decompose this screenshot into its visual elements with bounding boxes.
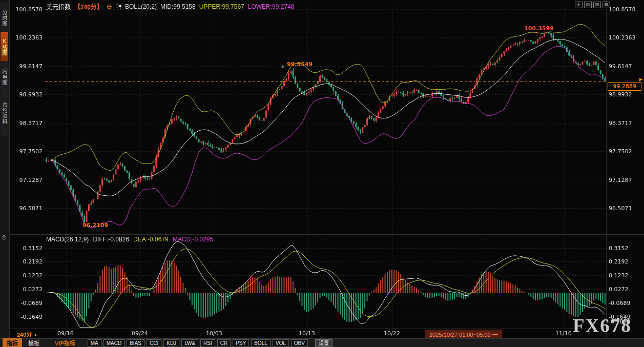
boll-params-label: BOLL(20,2)	[125, 3, 157, 10]
candlestick-icon	[116, 3, 121, 10]
period-selector[interactable]: 240分 ▲	[17, 330, 37, 338]
indicator-button-rsi[interactable]: RSI	[200, 339, 215, 347]
boll-mid-value: MID:99.5158	[160, 3, 196, 10]
price-axis-label-right: 98.9932	[609, 91, 642, 98]
macd-axis-label-right: 0.1232	[609, 272, 642, 279]
last-price-tag: 99.2889	[608, 82, 641, 91]
layout-rows-icon[interactable]: ▥	[593, 2, 601, 8]
date-axis-label: 10/22	[384, 330, 400, 337]
indicator-dot-icon[interactable]: ◎	[2, 234, 7, 240]
sidebar-tab-2[interactable]: K线图	[1, 32, 8, 63]
date-axis-label: 10/13	[299, 330, 315, 337]
macd-axis-label-right: -0.1839	[609, 318, 642, 325]
price-axis-label-right: 100.2363	[609, 34, 642, 41]
macd-axis-label-right: 0.2192	[609, 258, 642, 265]
new-window-icon[interactable]: ＋	[575, 2, 583, 8]
minus-circle-icon[interactable]: ⊖	[107, 4, 112, 10]
price-axis-label-right: 97.7502	[609, 148, 642, 155]
indicator-button-kdj[interactable]: KDJ	[163, 339, 179, 347]
date-axis-label: 11/10	[555, 330, 572, 337]
indicator-button-obv[interactable]: OBV	[291, 339, 308, 347]
price-annotation: 100.3599	[524, 25, 554, 32]
period-label: 240分	[17, 332, 32, 338]
price-annotation: 99.5549	[287, 61, 313, 68]
chart-header: 美元指数 【240分】 ⊖ BOLL(20,2) MID:99.5158 UPP…	[46, 2, 295, 11]
sidebar-tab-3[interactable]: 闪电图	[1, 61, 8, 93]
candlestick-chart-canvas[interactable]	[0, 0, 644, 347]
price-axis-label-right: 97.1287	[609, 177, 642, 183]
indicator-button-cr[interactable]: CR	[217, 339, 231, 347]
indicator-button-macd[interactable]: MACD	[103, 339, 124, 347]
macd-axis-label-right: 0.0272	[609, 286, 642, 293]
settings-button[interactable]: 设置	[315, 339, 333, 347]
plus-marker-icon: +	[281, 64, 284, 70]
bottom-toolbar: 指标 模板 VIP指标 MAMACDBIASCCIKDJLW&RSICRPSYB…	[0, 338, 644, 347]
tab-indicators[interactable]: 指标	[3, 338, 22, 347]
indicator-button-cci[interactable]: CCI	[147, 339, 161, 347]
tab-vip-indicators[interactable]: VIP指标	[51, 338, 79, 347]
layout-grid-icon[interactable]: ▤	[584, 2, 592, 8]
price-axis-label-right: 100.8578	[609, 6, 642, 13]
indicator-button-vol[interactable]: VOL	[273, 339, 289, 347]
indicator-button-ma[interactable]: MA	[88, 339, 101, 347]
price-axis-label-right: 98.3717	[609, 120, 642, 127]
sidebar-tab-1[interactable]: 分时图	[1, 3, 8, 33]
latest-price-arrow-icon[interactable]: ➤	[638, 76, 643, 83]
boll-upper-value: UPPER:99.7567	[199, 3, 244, 10]
chart-app: ◎ 美元指数 【240分】 ⊖ BOLL(20,2) MID:99.5158 U…	[0, 0, 644, 347]
symbol-name: 美元指数	[46, 2, 71, 11]
price-axis-label-right: 96.5071	[609, 205, 642, 212]
date-axis-label: 10/03	[206, 330, 222, 337]
period-tag[interactable]: 【240分】	[74, 2, 103, 11]
hovered-bar-time: 2025/10/27 01:00~05:00 一	[425, 330, 502, 339]
macd-axis-label-right: 0.3152	[609, 245, 642, 252]
sidebar-tab-4[interactable]: 合约资料	[1, 90, 8, 136]
window-controls: ＋▤▥▦	[575, 2, 610, 8]
layout-columns-icon[interactable]: ▦	[603, 2, 610, 8]
macd-axis-label-right: -0.0689	[609, 300, 642, 307]
macd-macd-value: MACD:-0.0295	[173, 236, 213, 243]
indicator-button-bias[interactable]: BIAS	[127, 339, 144, 347]
indicator-buttons: MAMACDBIASCCIKDJLW&RSICRPSYBOLLVOLOBV	[88, 339, 308, 347]
indicator-button-psy[interactable]: PSY	[233, 339, 249, 347]
tab-templates[interactable]: 模板	[24, 338, 44, 347]
price-axis-label-right: 99.6147	[609, 63, 642, 70]
triangle-up-icon: ▲	[33, 333, 37, 337]
price-annotation: 96.2109	[82, 222, 108, 229]
macd-diff-value: DIFF:-0.0826	[93, 236, 129, 243]
macd-header: MACD(26,12,9) DIFF:-0.0826 DEA:-0.0679 M…	[46, 236, 213, 243]
macd-params-label: MACD(26,12,9)	[46, 236, 89, 243]
date-axis-label: 09/16	[57, 330, 74, 337]
date-axis-label: 09/24	[132, 330, 148, 337]
boll-lower-value: LOWER:99.2748	[248, 3, 295, 10]
indicator-button-lw[interactable]: LW&	[181, 339, 198, 347]
macd-dea-value: DEA:-0.0679	[133, 236, 169, 243]
indicator-button-boll[interactable]: BOLL	[251, 339, 271, 347]
